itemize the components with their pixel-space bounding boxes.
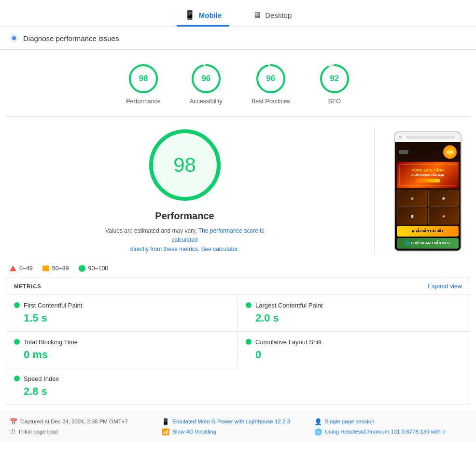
score-accessibility[interactable]: 96 Accessibility <box>190 63 223 105</box>
diagnose-dot-icon <box>10 34 18 42</box>
score-circle-seo: 92 <box>319 63 350 94</box>
tab-mobile-label: Mobile <box>199 11 222 19</box>
legend-green: 90–100 <box>79 265 109 272</box>
metric-fcp-name-row: First Contentful Paint <box>14 302 230 309</box>
metric-si-value: 2.8 s <box>14 385 230 398</box>
score-performance[interactable]: 98 Performance <box>126 63 161 105</box>
perf-title: Performance <box>155 210 214 222</box>
legend-orange-icon <box>42 266 49 271</box>
phone-screen: SUM VÒNG QUA TẶNG CHƠI KHÔNG CẦN NẠP 🎰 🎲… <box>395 142 461 251</box>
expand-view-button[interactable]: Expand view <box>428 283 462 290</box>
metric-lcp-dot <box>246 302 252 308</box>
tab-desktop[interactable]: 🖥 Desktop <box>245 6 299 27</box>
footer-chromium: 🌐 Using HeadlessChromium 131.0.6778.139 … <box>314 428 466 435</box>
metrics-grid: First Contentful Paint 1.5 s Largest Con… <box>6 294 470 405</box>
metric-cls-value: 0 <box>246 349 462 361</box>
footer-captured: 📅 Captured at Dec 24, 2024, 2:38 PM GMT+… <box>10 418 162 425</box>
metric-cls-name-row: Cumulative Layout Shift <box>246 338 462 346</box>
phone-cell-1: 🎰 <box>397 190 427 207</box>
score-value-best-practices: 96 <box>266 74 275 84</box>
tab-mobile[interactable]: 📱 Mobile <box>177 6 230 27</box>
metric-fcp-value: 1.5 s <box>14 312 230 324</box>
legend-green-label: 90–100 <box>88 265 109 272</box>
score-label-seo: SEO <box>328 98 341 105</box>
footer-throttling-link[interactable]: Slow 4G throttling <box>172 429 216 434</box>
perf-note: Values are estimated and may vary. The p… <box>103 226 267 254</box>
metrics-label: METRICS <box>14 283 42 289</box>
metric-si-dot <box>14 376 20 381</box>
vertical-divider <box>374 126 375 254</box>
metric-tbt-value: 0 ms <box>14 349 230 361</box>
desktop-icon: 🖥 <box>252 10 261 20</box>
metric-lcp-name: Largest Contentful Paint <box>255 302 322 309</box>
phone-logo-placeholder <box>399 150 408 154</box>
score-value-accessibility: 96 <box>201 74 210 84</box>
globe-icon: 🌐 <box>314 428 322 435</box>
score-circle-accessibility: 96 <box>191 63 222 94</box>
phone-icon: 📱 <box>162 418 169 425</box>
phone-cell-2: 🎲 <box>428 190 459 207</box>
phone-mockup: SUM VÒNG QUA TẶNG CHƠI KHÔNG CẦN NẠP 🎰 🎲… <box>394 131 462 252</box>
perf-metrics-link[interactable]: directly from these metrics. <box>130 246 199 252</box>
phone-cell-3: 🃏 <box>397 208 427 224</box>
legend-orange: 50–89 <box>42 265 69 272</box>
phone-dot-1 <box>399 136 402 139</box>
footer-throttling: 📶 Slow 4G throttling <box>162 428 314 435</box>
score-label-performance: Performance <box>126 98 161 105</box>
phone-screen-content: SUM VÒNG QUA TẶNG CHƠI KHÔNG CẦN NẠP 🎰 🎲… <box>395 142 461 251</box>
metric-tbt-name: Total Blocking Time <box>24 338 78 346</box>
score-label-best-practices: Best Practices <box>252 98 290 105</box>
metric-lcp-value: 2.0 s <box>246 312 462 324</box>
footer-chromium-link[interactable]: Using HeadlessChromium 131.0.6778.139 wi… <box>325 429 446 434</box>
footer-single-page-link[interactable]: Single page session <box>325 419 375 424</box>
legend-row: 0–49 50–89 90–100 <box>0 259 476 278</box>
big-score-number: 98 <box>173 154 196 177</box>
legend-red-icon <box>10 266 16 271</box>
big-score-ring: 98 <box>146 126 224 204</box>
footer-captured-text: Captured at Dec 24, 2024, 2:38 PM GMT+7 <box>20 419 128 424</box>
diagnose-bar: Diagnose performance issues <box>0 27 476 50</box>
phone-btn-web: 🌐 CHƠI NHANH BẢN WEB <box>397 238 459 249</box>
timer-icon: ⏱ <box>10 428 16 435</box>
footer-initial-load: ⏱ Initial page load <box>10 428 162 435</box>
score-circle-performance: 98 <box>128 63 159 94</box>
tab-desktop-label: Desktop <box>265 11 292 19</box>
footer-emulated-link[interactable]: Emulated Moto G Power with Lighthouse 12… <box>172 419 290 424</box>
metrics-section: METRICS Expand view First Contentful Pai… <box>6 278 470 405</box>
right-panel: SUM VÒNG QUA TẶNG CHƠI KHÔNG CẦN NẠP 🎰 🎲… <box>389 126 466 254</box>
score-value-performance: 98 <box>139 74 148 84</box>
phone-top-bar <box>395 132 461 142</box>
signal-icon: 📶 <box>162 428 169 435</box>
metric-fcp-name: First Contentful Paint <box>24 302 82 309</box>
metric-cls: Cumulative Layout Shift 0 <box>238 331 470 368</box>
metric-tbt-dot <box>14 339 20 345</box>
metric-fcp-dot <box>14 302 20 308</box>
metric-si: Speed Index 2.8 s <box>6 368 238 405</box>
metric-fcp: First Contentful Paint 1.5 s <box>6 294 238 331</box>
score-seo[interactable]: 92 SEO <box>319 63 350 105</box>
phone-address-bar <box>406 136 455 139</box>
metrics-header: METRICS Expand view <box>6 278 470 294</box>
legend-orange-label: 50–89 <box>52 265 69 272</box>
score-label-accessibility: Accessibility <box>190 98 223 105</box>
user-icon: 👤 <box>314 418 322 425</box>
perf-note-static: Values are estimated and may vary. <box>105 227 197 234</box>
scores-section: 98 Performance 96 Accessibility 96 Best … <box>6 50 470 117</box>
phone-btn-download: ▶ TẢI BẢN CÀI ĐẶT <box>397 226 459 237</box>
metric-tbt-name-row: Total Blocking Time <box>14 338 230 346</box>
legend-red-label: 0–49 <box>19 265 33 272</box>
footer-single-page: 👤 Single page session <box>314 418 466 425</box>
left-panel: 98 Performance Values are estimated and … <box>10 126 360 254</box>
diagnose-title: Diagnose performance issues <box>23 34 119 42</box>
footer-emulated: 📱 Emulated Moto G Power with Lighthouse … <box>162 418 314 425</box>
score-circle-best-practices: 96 <box>255 63 286 94</box>
metric-cls-name: Cumulative Layout Shift <box>255 338 322 346</box>
score-best-practices[interactable]: 96 Best Practices <box>252 63 290 105</box>
phone-app-logo: SUM <box>443 145 457 159</box>
legend-green-icon <box>79 265 85 272</box>
score-value-seo: 92 <box>330 74 339 84</box>
main-section: 98 Performance Values are estimated and … <box>0 117 476 259</box>
perf-calculator-link[interactable]: See calculator. <box>201 246 239 252</box>
mobile-icon: 📱 <box>184 10 195 20</box>
footer-bar: 📅 Captured at Dec 24, 2024, 2:38 PM GMT+… <box>0 412 476 441</box>
